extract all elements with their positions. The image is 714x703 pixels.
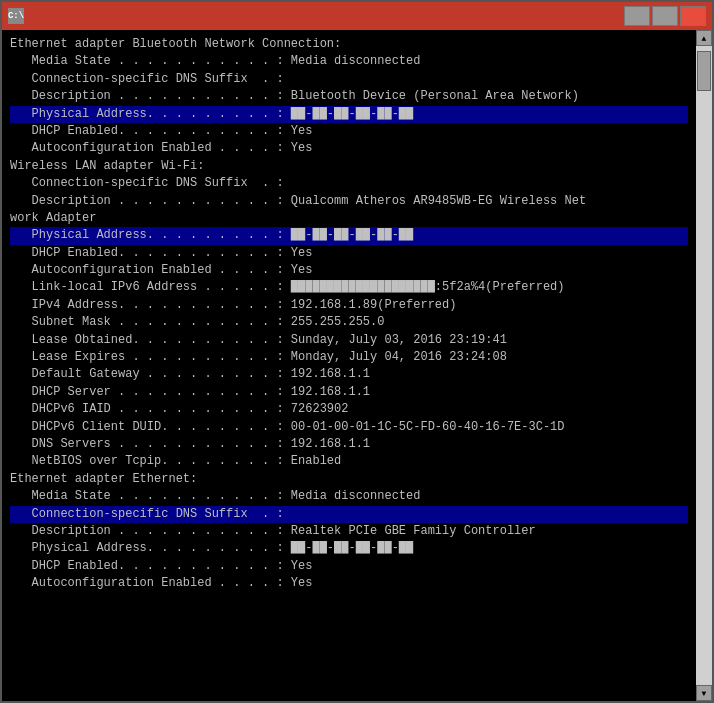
title-bar-left: C:\ (8, 8, 28, 24)
close-button[interactable] (680, 6, 706, 26)
terminal-line: Connection-specific DNS Suffix . : (10, 71, 688, 88)
terminal-line: IPv4 Address. . . . . . . . . . . : 192.… (10, 297, 688, 314)
scrollbar-track[interactable] (696, 46, 712, 685)
window: C:\ Ethernet adapter Bluetooth Network C… (0, 0, 714, 703)
cmd-icon: C:\ (8, 8, 24, 24)
terminal-line: DHCPv6 IAID . . . . . . . . . . . : 7262… (10, 401, 688, 418)
scrollbar[interactable]: ▲ ▼ (696, 30, 712, 701)
annotation-5: ←مک آدرس (609, 625, 680, 644)
terminal-line: Wireless LAN adapter Wi-Fi: (10, 158, 688, 175)
terminal-line: Connection-specific DNS Suffix . : (10, 175, 688, 192)
terminal-line: Ethernet adapter Bluetooth Network Conne… (10, 36, 688, 53)
terminal-line: Lease Obtained. . . . . . . . . . : Sund… (10, 332, 688, 349)
terminal-line: Default Gateway . . . . . . . . . : 192.… (10, 366, 688, 383)
terminal-line: Autoconfiguration Enabled . . . . : Yes (10, 575, 688, 592)
annotation-label-5: مک آدرس (625, 625, 680, 644)
terminal-line: DHCP Enabled. . . . . . . . . . . : Yes (10, 245, 688, 262)
terminal[interactable]: Ethernet adapter Bluetooth Network Conne… (2, 30, 696, 701)
terminal-line: Subnet Mask . . . . . . . . . . . : 255.… (10, 314, 688, 331)
terminal-line: NetBIOS over Tcpip. . . . . . . . : Enab… (10, 453, 688, 470)
terminal-line: Autoconfiguration Enabled . . . . : Yes (10, 262, 688, 279)
scrollbar-thumb[interactable] (697, 51, 711, 91)
terminal-line: Connection-specific DNS Suffix . : (10, 506, 688, 523)
title-bar: C:\ (2, 2, 712, 30)
terminal-line: Autoconfiguration Enabled . . . . : Yes (10, 140, 688, 157)
terminal-line: DHCP Enabled. . . . . . . . . . . : Yes (10, 558, 688, 575)
terminal-line: DHCP Enabled. . . . . . . . . . . : Yes (10, 123, 688, 140)
terminal-line: DHCPv6 Client DUID. . . . . . . . : 00-0… (10, 419, 688, 436)
terminal-line: Physical Address. . . . . . . . . : ██-█… (10, 540, 688, 557)
annotation-arrow-5: ← (609, 625, 620, 643)
terminal-line: Lease Expires . . . . . . . . . . : Mond… (10, 349, 688, 366)
terminal-line: DHCP Server . . . . . . . . . . . : 192.… (10, 384, 688, 401)
terminal-line: Description . . . . . . . . . . . : Real… (10, 523, 688, 540)
terminal-line: Link-local IPv6 Address . . . . . : ████… (10, 279, 688, 296)
terminal-line: Media State . . . . . . . . . . . : Medi… (10, 53, 688, 70)
scrollbar-up-button[interactable]: ▲ (696, 30, 712, 46)
terminal-line: Physical Address. . . . . . . . . : ██-█… (10, 227, 688, 244)
minimize-button[interactable] (624, 6, 650, 26)
terminal-line: Ethernet adapter Ethernet: (10, 471, 688, 488)
terminal-line: Physical Address. . . . . . . . . : ██-█… (10, 106, 688, 123)
maximize-button[interactable] (652, 6, 678, 26)
scrollbar-down-button[interactable]: ▼ (696, 685, 712, 701)
main-area: Ethernet adapter Bluetooth Network Conne… (2, 30, 712, 701)
terminal-line: Description . . . . . . . . . . . : Blue… (10, 88, 688, 105)
terminal-line: work Adapter (10, 210, 688, 227)
terminal-line: Description . . . . . . . . . . . : Qual… (10, 193, 688, 210)
terminal-line: DNS Servers . . . . . . . . . . . : 192.… (10, 436, 688, 453)
terminal-line: Media State . . . . . . . . . . . : Medi… (10, 488, 688, 505)
title-bar-controls (624, 6, 706, 26)
